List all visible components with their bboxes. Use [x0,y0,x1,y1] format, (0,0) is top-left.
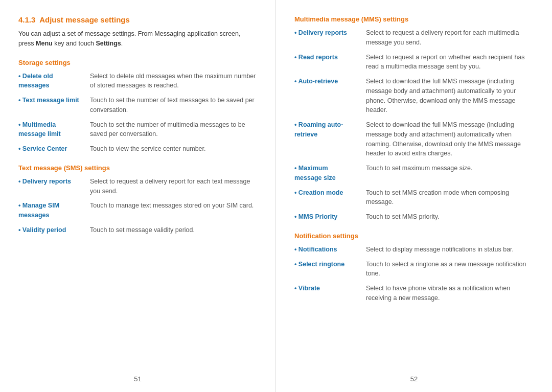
delivery-reports-sms-desc: Select to request a delivery report for … [90,177,257,196]
auto-retrieve-label: Auto-retrieve [294,77,366,86]
mms-priority-desc: Touch to set MMS priority. [366,212,534,222]
creation-mode-desc: Touch to set MMS creation mode when comp… [366,188,534,207]
creation-mode-label: Creation mode [294,188,366,198]
list-item: Vibrate Select to have phone vibrate as … [294,284,534,303]
list-item: Select ringtone Touch to select a ringto… [294,260,534,279]
left-page: 4.1.3 Adjust message settings You can ad… [0,0,276,392]
list-item: Validity period Touch to set message val… [18,225,257,235]
delete-old-messages-label: Delete oldmessages [18,72,90,91]
delivery-reports-mms-desc: Select to request a delivery report for … [366,28,534,48]
delivery-reports-sms-label: Delivery reports [18,177,90,187]
maximum-message-size-label: Maximummessage size [294,164,366,183]
notifications-desc: Select to display message notifications … [366,245,534,255]
auto-retrieve-desc: Select to download the full MMS message … [366,77,534,115]
delete-old-messages-desc: Select to delete old messages when the m… [90,72,257,91]
select-ringtone-label: Select ringtone [294,260,366,269]
list-item: Text message limit Touch to set the numb… [18,96,257,115]
list-item: Creation mode Touch to set MMS creation … [294,188,534,207]
list-item: Notifications Select to display message … [294,245,534,255]
vibrate-label: Vibrate [294,284,366,293]
list-item: Service Center Touch to view the service… [18,144,257,154]
manage-sim-label: Manage SIMmessages [18,201,90,220]
service-center-desc: Touch to view the service center number. [90,144,257,154]
validity-period-desc: Touch to set message validity period. [90,225,257,235]
list-item: Manage SIMmessages Touch to manage text … [18,201,257,220]
vibrate-desc: Select to have phone vibrate as a notifi… [366,284,534,303]
page-number-left: 51 [134,375,141,383]
multimedia-message-limit-label: Multimediamessage limit [18,120,90,140]
select-ringtone-desc: Touch to select a ringtone as a new mess… [366,260,534,279]
sms-settings-heading: Text message (SMS) settings [18,164,257,172]
read-reports-desc: Select to request a report on whether ea… [366,53,534,72]
list-item: Auto-retrieve Select to download the ful… [294,77,534,115]
maximum-message-size-desc: Touch to set maximum message size. [366,164,534,173]
text-message-limit-label: Text message limit [18,96,90,105]
manage-sim-desc: Touch to manage text messages stored on … [90,201,257,211]
mms-priority-label: MMS Priority [294,212,366,222]
page-number-right: 52 [410,375,418,383]
roaming-auto-retrieve-desc: Select to download the full MMS message … [366,120,534,158]
list-item: Read reports Select to request a report … [294,53,534,72]
list-item: Maximummessage size Touch to set maximum… [294,164,534,183]
list-item: Multimediamessage limit Touch to set the… [18,120,257,140]
list-item: Delivery reports Select to request a del… [294,28,534,48]
mms-settings-heading: Multimedia message (MMS) settings [294,15,534,23]
delivery-reports-mms-label: Delivery reports [294,28,366,38]
notification-settings-heading: Notification settings [294,232,534,240]
multimedia-message-limit-desc: Touch to set the number of multimedia me… [90,120,257,140]
read-reports-label: Read reports [294,53,366,62]
list-item: MMS Priority Touch to set MMS priority. [294,212,534,222]
validity-period-label: Validity period [18,225,90,235]
roaming-auto-retrieve-label: Roaming auto-retrieve [294,120,366,140]
intro-text: You can adjust a set of message settings… [18,29,257,49]
list-item: Roaming auto-retrieve Select to download… [294,120,534,158]
list-item: Delivery reports Select to request a del… [18,177,257,196]
text-message-limit-desc: Touch to set the number of text messages… [90,96,257,115]
right-page: Multimedia message (MMS) settings Delive… [276,0,552,392]
list-item: Delete oldmessages Select to delete old … [18,72,257,91]
notifications-label: Notifications [294,245,366,255]
section-title: 4.1.3 Adjust message settings [18,15,257,24]
storage-settings-heading: Storage settings [18,59,257,66]
service-center-label: Service Center [18,144,90,154]
